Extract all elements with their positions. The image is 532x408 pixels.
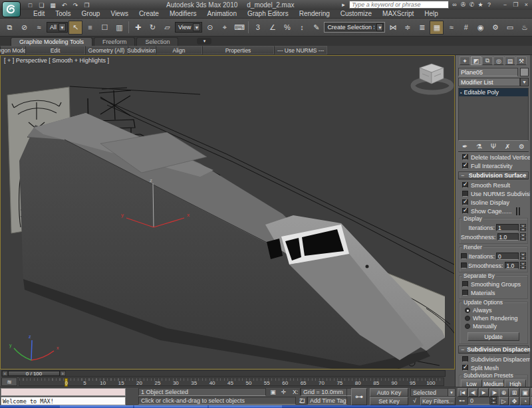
field-of-view-icon[interactable]: ▷ [499, 397, 509, 405]
object-name-field[interactable]: Plane05 [458, 68, 518, 76]
checkbox[interactable] [462, 191, 468, 197]
infocenter-search-input[interactable] [349, 1, 449, 9]
spinner[interactable]: ▲▼ [520, 253, 526, 260]
menu-item[interactable]: Views [105, 10, 134, 18]
material-editor-icon[interactable]: ◉ [473, 21, 487, 35]
select-and-move-icon[interactable]: ✚ [131, 21, 145, 35]
checkbox-row[interactable]: Split Mesh [458, 363, 529, 372]
keyboard-override-icon[interactable]: ⌨ [232, 21, 246, 35]
selection-lock-icon[interactable]: ▣ [269, 388, 277, 396]
radio-row[interactable]: When Rendering [461, 314, 526, 322]
checkbox-row[interactable]: Show Cage...... [458, 207, 529, 215]
ribbon-panel-button[interactable]: Geometry (All) [85, 46, 128, 54]
mini-curve-editor-button[interactable]: ≋ [1, 377, 17, 386]
dropdown-arrow-icon[interactable]: ▼ [520, 78, 529, 86]
open-file-icon[interactable]: ❏ [37, 1, 47, 9]
utilities-tab[interactable]: ⚒ [516, 56, 527, 65]
checkbox[interactable] [462, 281, 468, 287]
percent-snap-icon[interactable]: % [280, 21, 294, 35]
play-button[interactable]: ▶ [479, 388, 489, 397]
ribbon-tab[interactable]: Freeform [94, 37, 136, 46]
ribbon-panel-button[interactable]: Properties [202, 46, 274, 54]
motion-tab[interactable]: ◎ [493, 56, 504, 65]
ribbon-tab[interactable]: Graphite Modeling Tools [11, 37, 92, 46]
object-color-swatch[interactable] [520, 68, 529, 76]
key-filters-button[interactable]: Key Filters... [420, 397, 456, 405]
checkbox-row[interactable]: Subdivision Displacement [458, 355, 529, 363]
set-keys-button[interactable]: ⊶ [351, 388, 367, 405]
preset-button[interactable]: Low [461, 379, 482, 387]
clipboard-icon[interactable]: ❐ [82, 1, 92, 9]
key-filter-dropdown[interactable]: Selected ▼ [410, 388, 456, 397]
mirror-icon[interactable]: ⋈ [386, 21, 400, 35]
time-slider-track[interactable]: ‹ 0 / 100 › [1, 370, 446, 377]
new-file-icon[interactable]: □ [25, 1, 35, 9]
render-smoothness-field[interactable]: 1.0 [505, 262, 519, 269]
align-icon[interactable]: ≑ [400, 21, 414, 35]
select-and-manipulate-icon[interactable]: ⌖ [217, 21, 231, 35]
spinner[interactable]: ▲▼ [520, 224, 526, 231]
checkbox-row[interactable]: Smooth Result [458, 181, 529, 189]
track-bar-ruler[interactable]: 0510152025303540455055606570758085909510… [19, 377, 444, 386]
configure-modifier-sets-icon[interactable]: ⚙ [519, 143, 525, 150]
checkbox[interactable] [462, 356, 468, 362]
checkbox-row[interactable]: Materials [461, 288, 526, 297]
render-setup-icon[interactable]: ⚙ [488, 21, 502, 35]
display-tab[interactable]: ▤ [505, 56, 515, 65]
render-production-icon[interactable]: ♨ [517, 21, 531, 35]
checkbox[interactable] [462, 182, 468, 188]
menu-item[interactable]: Group [76, 10, 106, 18]
radio-button[interactable] [465, 316, 470, 321]
rectangular-selection-region-icon[interactable]: ☐ [98, 21, 112, 35]
checkbox[interactable] [462, 154, 468, 160]
show-end-result-icon[interactable]: ⚗ [476, 143, 482, 150]
pan-icon[interactable]: ✥ [509, 397, 519, 405]
undo-icon[interactable]: ↶ [59, 1, 69, 9]
checkbox[interactable] [462, 199, 468, 205]
preset-button[interactable]: Medium [483, 379, 504, 387]
menu-item[interactable]: Help [419, 10, 444, 18]
checkbox[interactable] [462, 208, 468, 214]
minimize-button[interactable]: − [501, 1, 509, 9]
cage-color-swatch[interactable] [516, 207, 517, 215]
menu-item[interactable]: Modifiers [164, 10, 202, 18]
windows-taskbar[interactable] [0, 405, 532, 408]
menu-item[interactable]: Rendering [294, 10, 335, 18]
viewport-label[interactable]: [ + ] Perspective [ Smooth + Highlights … [4, 57, 109, 64]
checkbox[interactable] [462, 290, 468, 296]
create-tab[interactable]: ✦ [460, 56, 470, 65]
set-key-button[interactable]: Set Key [370, 397, 408, 405]
restore-button[interactable]: ❐ [511, 1, 520, 9]
window-crossing-icon[interactable]: ▥ [112, 21, 126, 35]
previous-frame-button[interactable]: ◀| [468, 388, 478, 397]
search-icon[interactable]: ∞ [450, 1, 459, 9]
go-to-start-button[interactable]: |◀ [458, 388, 467, 397]
make-unique-icon[interactable]: Ψ [491, 143, 496, 150]
unlink-selection-icon[interactable]: ⊘ [17, 21, 31, 35]
display-smoothness-field[interactable]: 1.0 [497, 233, 519, 241]
schematic-view-icon[interactable]: # [459, 21, 473, 35]
menu-item[interactable]: Animation [201, 10, 241, 18]
select-and-link-icon[interactable]: ⧉ [3, 21, 17, 35]
menu-item[interactable]: MAXScript [377, 10, 419, 18]
render-iterations-field[interactable]: 0 [496, 253, 519, 260]
ribbon-panel-button[interactable]: Align [156, 46, 202, 54]
subdivision-surface-rollout-header[interactable]: − Subdivision Surface [458, 171, 529, 179]
checkbox-row[interactable]: Isoline Display [458, 198, 529, 207]
application-menu-button[interactable] [2, 1, 21, 17]
modifier-stack-entry[interactable]: ▪ Editable Poly [459, 88, 528, 96]
radio-button[interactable] [465, 308, 470, 313]
modifier-stack[interactable]: ▪ Editable Poly [458, 88, 529, 141]
ribbon-panel-button[interactable]: --- Use NURMS --- [274, 46, 327, 54]
curve-editor-icon[interactable]: ≈ [444, 21, 458, 35]
ribbon-panel-button[interactable]: Subdivision [128, 46, 156, 54]
add-time-tag[interactable]: Add Time Tag [307, 397, 347, 405]
radio-row[interactable]: Always [461, 306, 526, 314]
angle-snap-icon[interactable]: ∠ [265, 21, 279, 35]
communication-center-icon[interactable]: ✆ [467, 1, 476, 9]
hierarchy-tab[interactable]: ⧉ [482, 56, 493, 65]
layer-manager-icon[interactable]: ≣ [415, 21, 429, 35]
checkbox[interactable] [462, 163, 468, 169]
reference-coordinate-dropdown[interactable]: View ▼ [175, 22, 202, 33]
named-selection-set-dropdown[interactable]: Create Selection Se ▼ [324, 22, 385, 33]
